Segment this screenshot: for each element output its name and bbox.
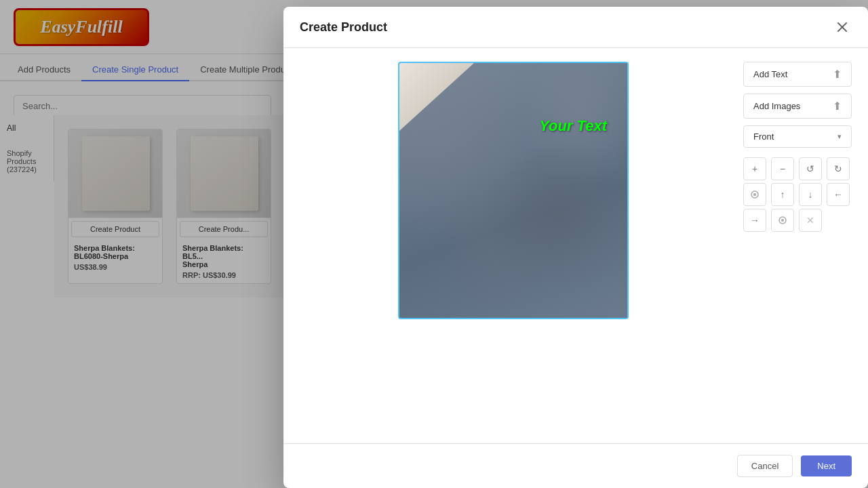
add-text-button[interactable]: Add Text ⬆	[743, 62, 852, 87]
circle-icon-1	[750, 190, 760, 199]
upload-icon-images: ⬆	[833, 100, 842, 113]
zoom-in-button[interactable]: +	[743, 157, 766, 180]
cancel-button[interactable]: Cancel	[737, 455, 793, 477]
rotate-cw-button[interactable]: ↻	[827, 157, 850, 180]
move-right-button[interactable]: →	[743, 209, 766, 232]
circle-button-2[interactable]	[771, 209, 794, 232]
move-left-button[interactable]: ←	[827, 183, 850, 206]
svg-point-5	[781, 219, 784, 222]
canvas-text-label: Your Text	[539, 117, 607, 135]
add-images-button[interactable]: Add Images ⬆	[743, 94, 852, 119]
rotate-ccw-button[interactable]: ↺	[799, 157, 822, 180]
svg-point-3	[753, 193, 756, 196]
close-icon	[837, 22, 847, 32]
stone-texture	[399, 63, 627, 318]
blanket-preview: Your Text	[399, 63, 627, 318]
circle-button-1[interactable]	[743, 183, 766, 206]
move-up-button[interactable]: ↑	[771, 183, 794, 206]
chevron-down-icon: ▾	[837, 132, 842, 141]
modal-title: Create Product	[300, 20, 387, 35]
modal-footer: Cancel Next	[283, 443, 868, 488]
modal-body: Your Text Add Text ⬆ Add Images ⬆ Front …	[283, 48, 868, 443]
view-dropdown[interactable]: Front ▾	[743, 125, 852, 148]
remove-button[interactable]: ✕	[799, 209, 822, 232]
canvas-area: Your Text	[300, 62, 727, 430]
zoom-out-button[interactable]: −	[771, 157, 794, 180]
modal-close-button[interactable]	[833, 18, 852, 37]
move-down-button[interactable]: ↓	[799, 183, 822, 206]
circle-icon-2	[778, 216, 787, 225]
tool-grid: + − ↺ ↻ ↑ ↓ ← →	[743, 157, 852, 232]
right-panel: Add Text ⬆ Add Images ⬆ Front ▾ + − ↺ ↻	[743, 62, 852, 430]
product-canvas[interactable]: Your Text	[398, 62, 629, 319]
upload-icon-text: ⬆	[833, 68, 842, 81]
next-button[interactable]: Next	[801, 455, 852, 476]
create-product-modal: Create Product Your Text Add Text	[283, 7, 868, 488]
modal-header: Create Product	[283, 7, 868, 48]
